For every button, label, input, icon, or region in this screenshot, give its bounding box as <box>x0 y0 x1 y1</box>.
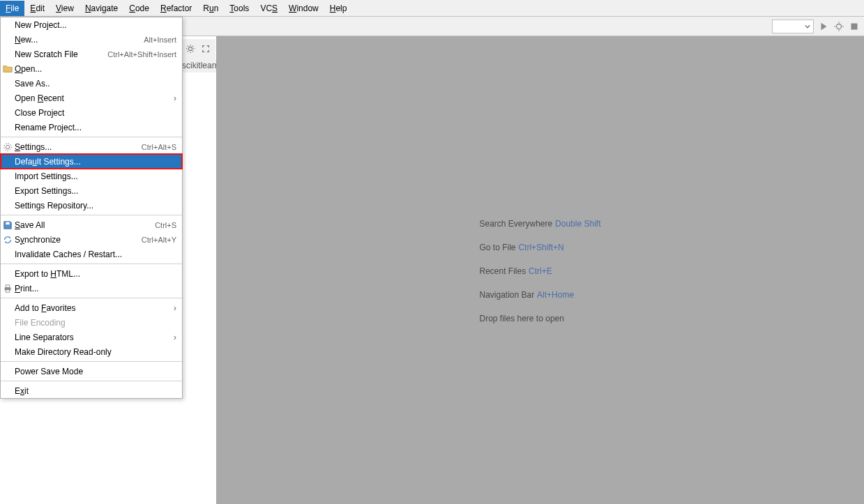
menu-item-export-settings[interactable]: Export Settings... <box>1 183 182 198</box>
stop-icon[interactable] <box>849 21 860 32</box>
svg-point-0 <box>837 24 842 29</box>
menu-item-label: Save All <box>15 220 155 230</box>
menu-separator <box>1 298 182 298</box>
menubar-item-code[interactable]: Code <box>123 1 155 16</box>
menubar-item-navigate[interactable]: Navigate <box>79 1 123 16</box>
menu-item-import-settings[interactable]: Import Settings... <box>1 169 182 183</box>
menu-item-label: Settings... <box>15 142 142 152</box>
menu-item-label: Import Settings... <box>15 171 176 181</box>
breadcrumb[interactable]: scikitlearn <box>182 59 217 72</box>
menu-item-label: Rename Project... <box>15 123 176 132</box>
menu-item-label: Line Separators <box>15 333 174 342</box>
menu-item-label: Synchronize <box>15 235 142 245</box>
menubar-item-edit[interactable]: Edit <box>24 1 50 16</box>
menubar-item-tools[interactable]: Tools <box>224 1 255 16</box>
menu-item-close-project[interactable]: Close Project <box>1 105 182 120</box>
menubar-item-help[interactable]: Help <box>324 1 353 16</box>
svg-rect-17 <box>6 222 9 224</box>
menu-item-label: Close Project <box>15 108 176 118</box>
tips: Search Everywhere Double Shift Go to Fil… <box>480 217 601 323</box>
menubar-item-refactor[interactable]: Refactor <box>155 1 197 16</box>
svg-rect-5 <box>851 23 858 29</box>
menu-item-rename-project[interactable]: Rename Project... <box>1 120 182 135</box>
gear-icon[interactable] <box>185 43 196 54</box>
menu-item-label: Save As.. <box>15 79 176 89</box>
file-menu-popup: New Project...New...Alt+InsertNew Scratc… <box>0 17 183 399</box>
menu-item-make-directory-read-only[interactable]: Make Directory Read-only <box>1 344 182 359</box>
menubar-item-vcs[interactable]: VCS <box>255 1 283 16</box>
menu-item-invalidate-caches-restart[interactable]: Invalidate Caches / Restart... <box>1 247 182 261</box>
menubar-item-window[interactable]: Window <box>283 1 324 16</box>
menu-item-label: Open Recent <box>15 93 174 103</box>
chevron-down-icon <box>805 24 810 29</box>
folder-icon <box>2 63 13 75</box>
svg-point-6 <box>188 47 192 50</box>
menu-item-print[interactable]: Print... <box>1 281 182 296</box>
menu-separator <box>1 137 182 137</box>
project-toolbar <box>182 39 215 59</box>
tip-search: Search Everywhere Double Shift <box>480 217 601 229</box>
menu-item-power-save-mode[interactable]: Power Save Mode <box>1 364 182 379</box>
save-icon <box>2 220 13 231</box>
chevron-right-icon: › <box>174 93 176 103</box>
menu-item-hotkey: Ctrl+Alt+S <box>142 143 176 151</box>
menu-item-label: Add to Favorites <box>15 303 174 313</box>
svg-line-12 <box>192 51 193 52</box>
menu-item-line-separators[interactable]: Line Separators› <box>1 330 182 344</box>
svg-rect-20 <box>6 289 9 292</box>
menubar-item-file[interactable]: File <box>0 1 24 16</box>
editor-empty-state: Search Everywhere Double Shift Go to Fil… <box>216 36 864 504</box>
svg-point-16 <box>4 143 12 151</box>
menu-item-label: New... <box>15 35 144 45</box>
menu-item-label: File Encoding <box>15 318 176 328</box>
menu-item-label: Export to HTML... <box>15 269 176 279</box>
svg-line-11 <box>188 46 188 47</box>
menubar-item-view[interactable]: View <box>50 1 79 16</box>
menu-separator <box>1 361 182 362</box>
chevron-right-icon: › <box>174 333 176 342</box>
menu-item-hotkey: Ctrl+Alt+Shift+Insert <box>107 50 176 59</box>
menubar-item-run[interactable]: Run <box>197 1 224 16</box>
menu-item-synchronize[interactable]: SynchronizeCtrl+Alt+Y <box>1 232 182 247</box>
main-menu-bar: FileEditViewNavigateCodeRefactorRunTools… <box>0 0 864 17</box>
menu-item-hotkey: Ctrl+Alt+Y <box>142 236 176 244</box>
menu-item-label: Make Directory Read-only <box>15 347 176 357</box>
menu-item-exit[interactable]: Exit <box>1 383 182 398</box>
run-config-dropdown[interactable] <box>772 20 814 33</box>
menu-item-label: Default Settings... <box>15 157 176 167</box>
svg-rect-19 <box>6 284 9 287</box>
menu-item-label: New Scratch File <box>15 49 107 59</box>
menu-item-file-encoding: File Encoding <box>1 315 182 330</box>
breadcrumb-label: scikitlearn <box>182 61 217 70</box>
tip-navbar: Navigation Bar Alt+Home <box>480 289 601 300</box>
run-icon[interactable] <box>818 21 829 32</box>
menu-item-default-settings[interactable]: Default Settings... <box>1 154 182 169</box>
menu-item-label: Export Settings... <box>15 186 176 196</box>
settings-icon <box>2 142 13 153</box>
menu-separator <box>1 381 182 381</box>
debug-icon[interactable] <box>833 21 844 32</box>
menu-item-label: Print... <box>15 284 176 293</box>
tip-drop: Drop files here to open <box>480 312 601 323</box>
menu-item-open-recent[interactable]: Open Recent› <box>1 91 182 105</box>
menu-item-new-scratch-file[interactable]: New Scratch FileCtrl+Alt+Shift+Insert <box>1 47 182 61</box>
menu-item-new[interactable]: New...Alt+Insert <box>1 32 182 47</box>
menu-item-add-to-favorites[interactable]: Add to Favorites› <box>1 300 182 315</box>
menu-item-save-as[interactable]: Save As.. <box>1 76 182 91</box>
menu-item-settings[interactable]: Settings...Ctrl+Alt+S <box>1 139 182 154</box>
menu-item-open[interactable]: Open... <box>1 61 182 76</box>
collapse-icon[interactable] <box>200 43 211 54</box>
menu-item-label: Invalidate Caches / Restart... <box>15 250 176 259</box>
svg-point-15 <box>6 145 9 148</box>
menu-separator <box>1 215 182 215</box>
menu-item-export-to-html[interactable]: Export to HTML... <box>1 266 182 281</box>
menu-item-settings-repository[interactable]: Settings Repository... <box>1 198 182 213</box>
menu-item-save-all[interactable]: Save AllCtrl+S <box>1 217 182 232</box>
chevron-right-icon: › <box>174 303 176 313</box>
sync-icon <box>2 234 13 245</box>
menu-item-label: Open... <box>15 64 176 74</box>
menu-item-hotkey: Alt+Insert <box>144 36 176 44</box>
menu-item-label: New Project... <box>15 20 176 30</box>
menu-item-new-project[interactable]: New Project... <box>1 17 182 32</box>
tip-recent: Recent Files Ctrl+E <box>480 265 601 276</box>
